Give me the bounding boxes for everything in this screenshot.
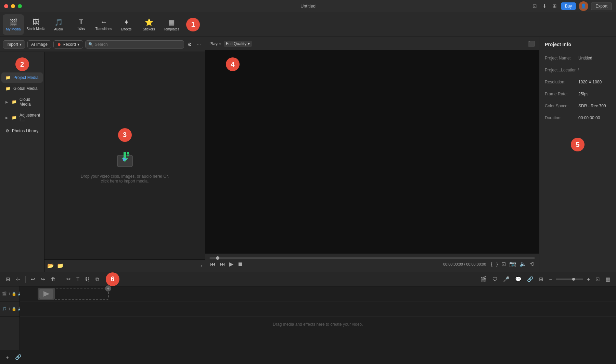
export-button[interactable]: Export (591, 2, 612, 10)
audio-icon: 🎵 (54, 18, 63, 26)
timeline-text-button[interactable]: T (75, 275, 81, 283)
timeline-zoom-out-button[interactable]: − (547, 275, 554, 283)
folder-small-icon[interactable]: 📁 (57, 262, 64, 269)
timeline-redo-button[interactable]: ↪ (39, 275, 47, 283)
track-2-lock-icon[interactable]: 🔒 (12, 307, 16, 311)
timeline-link-small-button[interactable]: 🔗 (13, 353, 23, 361)
sidebar-item-photos[interactable]: ⚙ Photos Library (1, 126, 43, 136)
stickers-icon: ⭐ (145, 18, 153, 26)
progress-bar[interactable] (209, 257, 535, 259)
toolbar-stickers[interactable]: ⭐ Stickers (138, 14, 159, 35)
buy-button[interactable]: Buy (561, 2, 576, 10)
toolbar-effects[interactable]: ✦ Effects (116, 14, 137, 35)
timeline-group-button[interactable]: ⧉ (94, 275, 101, 283)
quality-select[interactable]: Full Quality ▾ (224, 41, 252, 47)
sidebar-item-adjustment[interactable]: ▶ 📁 Adjustment L... (1, 110, 43, 125)
audio-button[interactable]: 🔈 (519, 260, 527, 268)
timeline-video-button[interactable]: 🎬 (479, 275, 489, 283)
snapshot-button[interactable]: 📷 (509, 260, 517, 268)
more-button[interactable]: ··· (195, 41, 202, 48)
timeline-add-track-button[interactable]: + (4, 353, 11, 361)
timeline-zoom-in-button[interactable]: + (585, 275, 592, 283)
toolbar-templates[interactable]: ▦ Templates (161, 14, 182, 35)
grid-icon[interactable]: ⊞ (551, 2, 558, 10)
filter-button[interactable]: ⚙ (186, 41, 193, 48)
folder-icon-cloud: 📁 (12, 99, 17, 104)
timeline-grid-view-button[interactable]: ▦ (604, 275, 612, 283)
timeline-layout-button[interactable]: ⊞ (537, 275, 545, 283)
timeline-cut-button[interactable]: ✂ (65, 275, 73, 283)
ai-image-label: AI Image (31, 42, 48, 47)
project-info-header: Project Info (539, 37, 616, 52)
collapse-left-icon[interactable]: ‹ (201, 263, 202, 269)
toolbar-titles[interactable]: T Titles (70, 14, 92, 35)
add-folder-icon[interactable]: 📂 (47, 262, 54, 269)
drop-zone-text-line2: click here to import media. (101, 179, 149, 184)
drop-zone[interactable]: 3 (44, 52, 205, 259)
time-display: 00:00:00:00 / 00:00:00:00 (443, 262, 486, 266)
search-input[interactable] (95, 42, 181, 47)
sidebar-item-project-media[interactable]: 📁 Project Media (1, 72, 43, 83)
timeline-undo-button[interactable]: ↩ (29, 275, 37, 283)
play-button[interactable]: ▶ (229, 260, 234, 268)
toolbar-my-media[interactable]: 🎬 My Media (3, 14, 24, 35)
minimize-button[interactable] (11, 4, 15, 8)
step-back-button[interactable]: ⏭ (219, 260, 226, 268)
toolbar-divider-2 (61, 276, 61, 283)
app-container: 🎬 My Media 🖼 Stock Media 🎵 Audio T Title… (0, 12, 616, 364)
timeline-connect-button[interactable]: 🔗 (525, 275, 535, 283)
timeline-subtitle-button[interactable]: 💬 (513, 275, 523, 283)
duration-label: Duration: (545, 116, 576, 120)
skip-back-button[interactable]: ⏮ (209, 260, 216, 268)
import-button[interactable]: Import ▾ (3, 40, 25, 49)
zoom-track[interactable] (556, 279, 583, 280)
folder-icon-project: 📁 (5, 75, 11, 80)
effects-label: Effects (121, 27, 131, 31)
toolbar-stock-media[interactable]: 🖼 Stock Media (25, 14, 47, 35)
record-chevron-icon: ▾ (77, 42, 79, 47)
toolbar-transitions[interactable]: ↔ Transitions (93, 14, 114, 35)
timeline-select-button[interactable]: ⊹ (14, 275, 22, 283)
my-media-label: My Media (6, 27, 21, 31)
timeline-grid-button[interactable]: ⊞ (4, 275, 12, 283)
timeline-delete-button[interactable]: 🗑 (49, 275, 57, 283)
mark-in-button[interactable]: { (490, 260, 493, 268)
left-content: 2 📁 Project Media 📁 Global Media ▶ 📁 Clo… (0, 52, 205, 272)
color-space-label: Color Space: (545, 104, 576, 108)
timeline-shield-button[interactable]: 🛡 (491, 275, 499, 283)
toolbar-audio[interactable]: 🎵 Audio (48, 14, 69, 35)
ai-image-button[interactable]: AI Image (27, 40, 51, 49)
search-box[interactable]: 🔍 (85, 40, 184, 49)
timeline-view-button[interactable]: ⊡ (594, 275, 602, 283)
media-drop-zone[interactable]: + (47, 288, 109, 300)
track-1-lock-icon[interactable]: 🔒 (12, 292, 16, 296)
fullscreen-icon[interactable]: ⬛ (528, 41, 535, 46)
close-button[interactable] (4, 4, 8, 8)
sidebar-item-global-media[interactable]: 📁 Global Media (1, 83, 43, 94)
track-row-2 (20, 301, 616, 316)
quality-chevron-icon: ▾ (248, 41, 250, 46)
stop-button[interactable]: ⏹ (237, 260, 244, 268)
player-canvas: 4 (205, 51, 539, 253)
mark-out-button[interactable]: } (496, 260, 499, 268)
download-icon[interactable]: ⬇ (541, 2, 548, 10)
project-name-row: Project Name: Untitled (539, 52, 616, 64)
resolution-value: 1920 X 1080 (578, 80, 602, 84)
crop-button[interactable]: ⊡ (501, 260, 506, 268)
effects-icon: ✦ (124, 18, 129, 26)
record-button[interactable]: ⏺ Record ▾ (53, 40, 83, 49)
timeline-area: ⊞ ⊹ ↩ ↪ 🗑 ✂ T ⛓ ⧉ 6 🎬 🛡 🎤 💬 🔗 ⊞ − (0, 272, 616, 364)
timeline-mic-button[interactable]: 🎤 (501, 275, 511, 283)
folder-icon-adjustment: 📁 (12, 115, 17, 120)
screen-icon[interactable]: ⊡ (531, 2, 538, 10)
progress-thumb[interactable] (216, 256, 219, 260)
zoom-thumb[interactable] (572, 278, 575, 281)
time-current: 00:00:00:00 (443, 262, 463, 266)
settings-button[interactable]: ⟲ (529, 260, 535, 268)
maximize-button[interactable] (18, 4, 22, 8)
timeline-link-button[interactable]: ⛓ (83, 275, 92, 283)
transitions-label: Transitions (95, 27, 112, 31)
media-bottom-bar: 📂 📁 ‹ (44, 259, 205, 272)
track-media-zone[interactable]: + (47, 288, 109, 300)
sidebar-item-cloud-media[interactable]: ▶ 📁 Cloud Media (1, 94, 43, 109)
